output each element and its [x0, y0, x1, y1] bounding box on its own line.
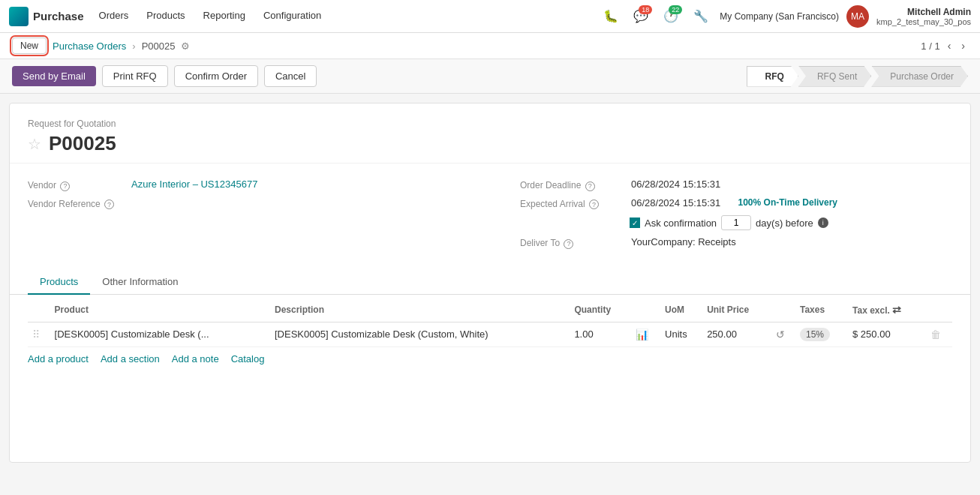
status-rfq-sent[interactable]: RFQ Sent [798, 66, 871, 87]
add-product-link[interactable]: Add a product [28, 353, 89, 364]
order-number: P00025 [49, 132, 116, 155]
add-section-link[interactable]: Add a section [101, 353, 160, 364]
quantity-cell[interactable]: 1.00 [570, 322, 631, 346]
menu-reporting[interactable]: Reporting [194, 0, 254, 33]
main-form: Request for Quotation ☆ P00025 Vendor ? … [9, 103, 971, 463]
vendor-value[interactable]: Azure Interior – US12345677 [131, 178, 257, 190]
column-settings-icon[interactable]: ⇄ [892, 304, 901, 316]
vendor-field-row: Vendor ? Azure Interior – US12345677 [28, 176, 490, 194]
description-cell[interactable]: [DESK0005] Customizable Desk (Custom, Wh… [270, 322, 570, 346]
clock-icon-btn[interactable]: 🕐 22 [660, 5, 682, 28]
confirm-order-button[interactable]: Confirm Order [174, 65, 258, 87]
menu-configuration[interactable]: Configuration [254, 0, 330, 33]
bug-icon-btn[interactable]: 🐛 [600, 5, 622, 28]
action-bar: Send by Email Print RFQ Confirm Order Ca… [0, 59, 980, 94]
delete-cell: 🗑 [926, 322, 952, 346]
add-links-row: Add a product Add a section Add a note C… [10, 347, 970, 370]
ask-confirmation-label: Ask confirmation [645, 218, 717, 229]
status-bar: RFQ RFQ Sent Purchase Order [747, 66, 968, 87]
unit-price-cell[interactable]: 250.00 [702, 322, 771, 346]
add-note-link[interactable]: Add a note [172, 353, 219, 364]
col-unit-price: Unit Price [702, 298, 771, 322]
breadcrumb-parent[interactable]: Purchase Orders [53, 40, 126, 52]
form-title-label: Request for Quotation [28, 118, 952, 129]
chat-icon-btn[interactable]: 💬 18 [630, 5, 652, 28]
forecast-chart-icon[interactable]: 📊 [636, 328, 648, 340]
delete-row-icon[interactable]: 🗑 [930, 328, 941, 340]
order-deadline-value[interactable]: 06/28/2024 15:15:31 [631, 178, 720, 190]
products-table-container: Product Description Quantity UoM Unit Pr… [10, 298, 970, 347]
form-header: Request for Quotation ☆ P00025 [10, 104, 970, 164]
wrench-icon-btn[interactable]: 🔧 [690, 5, 712, 28]
tax-excl-cell: $ 250.00 [848, 322, 926, 346]
col-forecast [631, 298, 660, 322]
settings-gear-icon[interactable]: ⚙ [181, 40, 190, 52]
prev-page-button[interactable]: ‹ [945, 38, 954, 53]
right-column: Order Deadline ? 06/28/2024 15:15:31 Exp… [490, 176, 952, 252]
reset-price-icon[interactable]: ↺ [776, 328, 785, 340]
user-info: Mitchell Admin kmp_2_test_may_30_pos [876, 7, 971, 26]
on-time-delivery-link[interactable]: 100% On-Time Delivery [738, 197, 838, 208]
table-header-row: Product Description Quantity UoM Unit Pr… [28, 298, 952, 322]
user-name: Mitchell Admin [876, 7, 971, 17]
col-taxes: Taxes [795, 298, 848, 322]
favorite-star-icon[interactable]: ☆ [28, 135, 41, 153]
form-fields: Vendor ? Azure Interior – US12345677 Ven… [10, 164, 970, 264]
forecast-cell: 📊 [631, 322, 660, 346]
vendor-help-icon[interactable]: ? [60, 182, 70, 191]
col-product: Product [50, 298, 270, 322]
vendor-label: Vendor ? [28, 178, 125, 191]
days-before-input[interactable] [721, 215, 751, 230]
breadcrumb-bar: New Purchase Orders › P00025 ⚙ 1 / 1 ‹ › [0, 33, 980, 59]
order-deadline-help-icon[interactable]: ? [585, 182, 595, 191]
new-button[interactable]: New [12, 38, 47, 54]
next-page-button[interactable]: › [958, 38, 968, 53]
expected-arrival-help-icon[interactable]: ? [589, 200, 599, 209]
logo-icon [9, 7, 29, 26]
expected-arrival-label: Expected Arrival ? [520, 197, 625, 210]
tab-products[interactable]: Products [28, 270, 90, 295]
product-cell[interactable]: [DESK0005] Customizable Desk (... [50, 322, 270, 346]
drag-cell: ⠿ [28, 322, 50, 346]
vendor-ref-help-icon[interactable]: ? [104, 200, 114, 209]
col-uom: UoM [660, 298, 702, 322]
table-row: ⠿ [DESK0005] Customizable Desk (... [DES… [28, 322, 952, 346]
pagination: 1 / 1 ‹ › [921, 38, 968, 53]
menu-products[interactable]: Products [137, 0, 194, 33]
expected-arrival-value: 06/28/2024 15:15:31 [631, 197, 720, 208]
main-menu: Orders Products Reporting Configuration [90, 0, 331, 33]
deliver-to-label: Deliver To ? [520, 236, 625, 249]
col-delete [926, 298, 952, 322]
top-navigation: Purchase Orders Products Reporting Confi… [0, 0, 980, 33]
order-deadline-label: Order Deadline ? [520, 178, 625, 191]
user-avatar[interactable]: MA [846, 5, 869, 28]
status-rfq[interactable]: RFQ [747, 66, 798, 87]
order-deadline-row: Order Deadline ? 06/28/2024 15:15:31 [520, 176, 952, 194]
breadcrumb-sep: › [132, 40, 135, 52]
status-purchase-order[interactable]: Purchase Order [871, 66, 968, 87]
cancel-button[interactable]: Cancel [264, 65, 317, 87]
uom-cell[interactable]: Units [660, 322, 702, 346]
drag-handle-icon[interactable]: ⠿ [32, 328, 40, 340]
products-table: Product Description Quantity UoM Unit Pr… [28, 298, 952, 347]
catalog-link[interactable]: Catalog [231, 353, 265, 364]
pagination-text: 1 / 1 [921, 40, 939, 52]
product-name: [DESK0005] Customizable Desk (... [55, 328, 209, 340]
menu-orders[interactable]: Orders [90, 0, 138, 33]
tab-other-info[interactable]: Other Information [90, 270, 190, 295]
col-drag [28, 298, 50, 322]
ask-confirmation-checkbox[interactable]: ✓ [630, 218, 640, 228]
deliver-to-row: Deliver To ? YourCompany: Receipts [520, 233, 952, 252]
unit-price-value: 250.00 [707, 328, 737, 340]
reset-cell: ↺ [771, 322, 795, 346]
taxes-cell[interactable]: 15% [795, 322, 848, 346]
days-info-icon[interactable]: i [818, 218, 828, 228]
send-email-button[interactable]: Send by Email [12, 66, 96, 86]
vendor-ref-label: Vendor Reference ? [28, 197, 125, 210]
deliver-to-help-icon[interactable]: ? [564, 239, 573, 249]
col-description: Description [270, 298, 570, 322]
print-rfq-button[interactable]: Print RFQ [102, 65, 168, 87]
col-quantity: Quantity [570, 298, 631, 322]
vendor-ref-field-row: Vendor Reference ? [28, 194, 490, 213]
tax-badge: 15% [800, 328, 830, 341]
